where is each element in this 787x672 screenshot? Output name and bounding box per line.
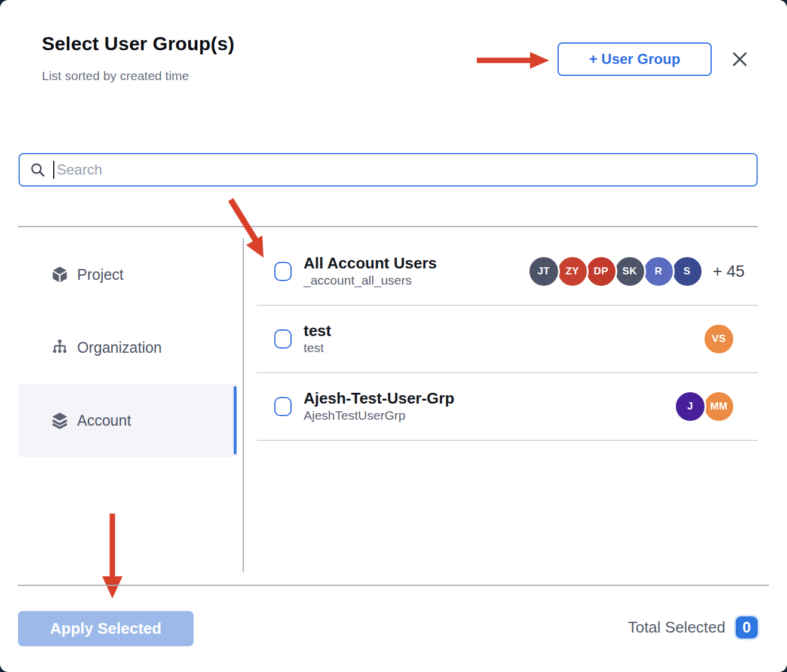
tab-project[interactable]: Project (18, 238, 237, 311)
annotation-arrow-apply (100, 510, 124, 601)
avatar: SK (614, 255, 646, 288)
tab-organization[interactable]: Organization (18, 311, 237, 384)
avatar-stack: JMM (674, 390, 735, 423)
page-title: Select User Group(s) (42, 33, 234, 55)
avatar: VS (703, 323, 735, 355)
layers-icon (51, 411, 69, 429)
tab-label: Project (77, 266, 124, 283)
list-item: test test VS (257, 306, 758, 373)
group-id: _account_all_users (304, 273, 437, 288)
divider (243, 238, 244, 572)
avatar-stack: JTZYDPSKRS (528, 255, 703, 288)
divider (18, 585, 769, 586)
close-icon[interactable] (728, 48, 751, 71)
total-selected-label: Total Selected (628, 618, 725, 637)
search-box (19, 153, 758, 187)
select-user-group-modal: Select User Group(s) List sorted by crea… (0, 0, 787, 672)
group-checkbox[interactable] (274, 329, 292, 349)
avatar: DP (585, 255, 617, 288)
group-checkbox[interactable] (274, 262, 292, 281)
avatar: R (642, 255, 675, 288)
annotation-arrow-add-group (475, 51, 550, 69)
list-item: All Account Users _account_all_users JTZ… (257, 238, 758, 306)
avatar: JT (528, 255, 560, 288)
org-chart-icon (51, 338, 69, 356)
group-name: Ajesh-Test-User-Grp (304, 389, 454, 408)
user-group-list: All Account Users _account_all_users JTZ… (257, 238, 758, 441)
apply-selected-button[interactable]: Apply Selected (18, 611, 194, 646)
group-name: All Account Users (304, 254, 437, 273)
sort-info-text: List sorted by created time (42, 69, 189, 83)
avatar: S (671, 255, 703, 288)
add-user-group-button[interactable]: + User Group (558, 42, 712, 76)
search-icon (29, 161, 46, 178)
avatar-overflow-count: + 45 (713, 262, 745, 281)
total-selected-count-badge: 0 (736, 616, 758, 639)
avatar-stack: VS (703, 323, 735, 355)
tab-label: Account (77, 412, 131, 429)
avatar: ZY (556, 255, 589, 288)
group-name: test (304, 322, 331, 340)
list-item: Ajesh-Test-User-Grp AjeshTestUserGrp JMM (257, 373, 758, 441)
avatar: MM (703, 390, 735, 423)
tab-label: Organization (77, 339, 162, 356)
group-checkbox[interactable] (274, 397, 292, 416)
total-selected: Total Selected 0 (628, 616, 758, 639)
group-id: test (304, 340, 331, 356)
divider (18, 226, 758, 227)
scope-tabs: Project Organization (18, 238, 237, 457)
cube-icon (51, 265, 69, 283)
search-input[interactable] (54, 161, 757, 178)
group-id: AjeshTestUserGrp (304, 408, 454, 423)
avatar: J (674, 390, 706, 423)
tab-account[interactable]: Account (18, 384, 237, 457)
